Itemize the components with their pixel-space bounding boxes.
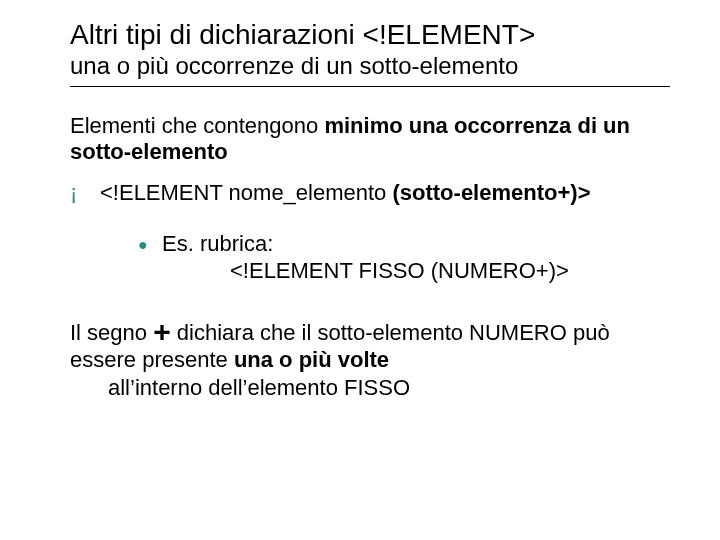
slide-subtitle: una o più occorrenze di un sotto-element… xyxy=(70,52,670,80)
intro-paragraph: Elementi che contengono minimo una occor… xyxy=(70,113,670,166)
slide: Altri tipi di dichiarazioni <!ELEMENT> u… xyxy=(0,0,720,411)
intro-text: Elementi che contengono xyxy=(70,113,324,138)
final-tail: all’interno dell’elemento FISSO xyxy=(70,374,670,402)
bullet-level-2: ●Es. rubrica: <!ELEMENT FISSO (NUMERO+)> xyxy=(70,230,670,285)
final-pre: Il segno xyxy=(70,320,153,345)
example-code: <!ELEMENT FISSO (NUMERO+)> xyxy=(138,257,670,285)
bullet1-text: <!ELEMENT nome_elemento xyxy=(100,180,392,205)
final-plus: + xyxy=(153,315,171,348)
example-text: rubrica: xyxy=(200,231,273,256)
final-paragraph: Il segno + dichiara che il sotto-element… xyxy=(70,319,670,402)
final-bold: una o più volte xyxy=(234,347,389,372)
slide-title: Altri tipi di dichiarazioni <!ELEMENT> xyxy=(70,20,670,51)
bullet-level-1: ¡<!ELEMENT nome_elemento (sotto-elemento… xyxy=(70,180,670,206)
circle-bullet-icon: ¡ xyxy=(70,180,100,206)
dot-bullet-icon: ● xyxy=(138,235,162,255)
bullet1-bold: (sotto-elemento+)> xyxy=(392,180,590,205)
example-lead: Es. xyxy=(162,231,200,256)
title-rule xyxy=(70,86,670,87)
